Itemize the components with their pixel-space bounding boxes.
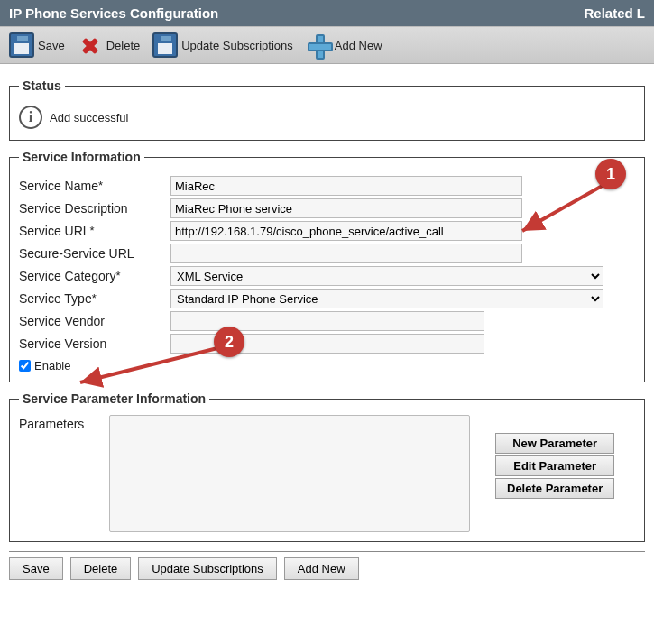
status-row: i Add successful <box>19 102 635 131</box>
footer-button-row: Save Delete Update Subscriptions Add New <box>9 551 645 585</box>
service-name-label: Service Name* <box>19 179 170 193</box>
enable-checkbox[interactable] <box>19 360 31 372</box>
parameters-listbox[interactable] <box>109 415 470 532</box>
page-title: IP Phone Services Configuration <box>9 5 218 21</box>
update-subscriptions-button[interactable]: Update Subscriptions <box>149 31 297 60</box>
footer-addnew-button[interactable]: Add New <box>284 557 359 580</box>
service-description-input[interactable] <box>170 198 522 218</box>
update-label: Update Subscriptions <box>181 39 293 52</box>
service-vendor-input[interactable] <box>170 311 484 331</box>
service-url-label: Service URL* <box>19 224 170 238</box>
service-category-label: Service Category* <box>19 269 170 283</box>
footer-delete-button[interactable]: Delete <box>70 557 132 580</box>
secure-service-url-label: Secure-Service URL <box>19 246 170 261</box>
annotation-badge-2: 2 <box>214 327 244 357</box>
floppy-icon <box>152 32 178 58</box>
annotation-badge-1: 1 <box>595 159 626 189</box>
service-parameter-fieldset: Service Parameter Information Parameters… <box>9 391 645 542</box>
service-parameter-legend: Service Parameter Information <box>19 391 209 406</box>
new-parameter-button[interactable]: New Parameter <box>495 433 614 454</box>
service-category-select[interactable]: XML Service <box>170 266 603 286</box>
service-type-select[interactable]: Standard IP Phone Service <box>170 289 603 308</box>
delete-button[interactable]: Delete <box>74 31 144 60</box>
addnew-label: Add New <box>335 39 382 52</box>
status-legend: Status <box>19 78 65 93</box>
service-version-label: Service Version <box>19 336 170 351</box>
content-area: Status i Add successful Service Informat… <box>0 64 654 594</box>
delete-label: Delete <box>106 39 141 52</box>
service-description-label: Service Description <box>19 201 170 216</box>
footer-save-button[interactable]: Save <box>9 557 63 580</box>
info-icon: i <box>19 106 42 129</box>
save-label: Save <box>38 39 65 52</box>
floppy-icon <box>9 32 34 58</box>
service-info-legend: Service Information <box>19 150 144 164</box>
delete-parameter-button[interactable]: Delete Parameter <box>495 478 614 499</box>
add-new-button[interactable]: Add New <box>302 31 386 60</box>
edit-parameter-button[interactable]: Edit Parameter <box>495 455 614 476</box>
service-vendor-label: Service Vendor <box>19 314 170 328</box>
secure-service-url-input[interactable] <box>170 244 522 263</box>
service-info-fieldset: Service Information Service Name* Servic… <box>9 150 645 382</box>
status-fieldset: Status i Add successful <box>9 78 645 141</box>
status-message: Add successful <box>50 111 128 124</box>
save-button[interactable]: Save <box>5 31 69 60</box>
service-name-input[interactable] <box>170 176 522 196</box>
enable-label: Enable <box>34 359 70 373</box>
delete-x-icon <box>78 32 103 58</box>
title-bar: IP Phone Services Configuration Related … <box>0 0 654 26</box>
related-links-label: Related L <box>584 5 645 21</box>
toolbar: Save Delete Update Subscriptions Add New <box>0 26 654 64</box>
plus-icon <box>306 32 331 58</box>
parameters-label: Parameters <box>19 415 100 532</box>
footer-update-button[interactable]: Update Subscriptions <box>138 557 277 580</box>
service-type-label: Service Type* <box>19 291 170 306</box>
service-url-input[interactable] <box>170 221 522 241</box>
